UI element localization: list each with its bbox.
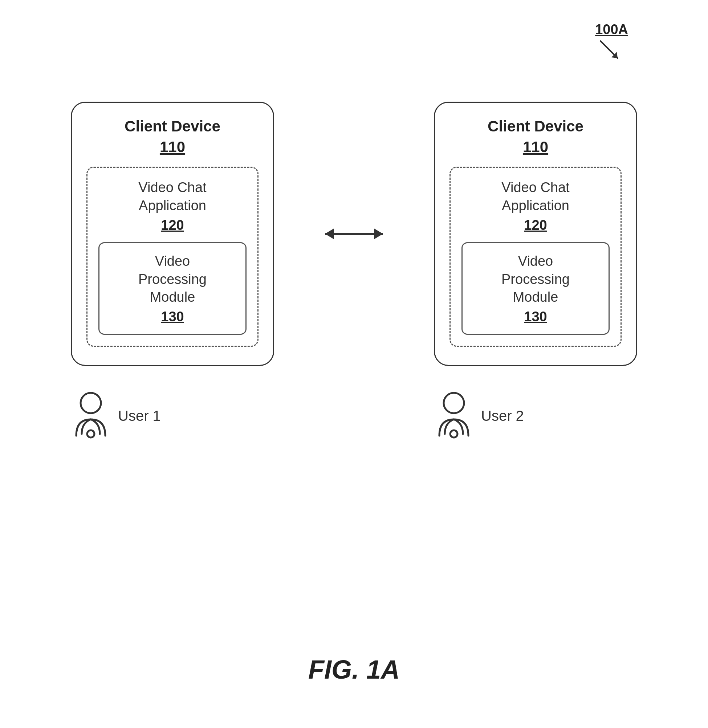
left-video-chat-app-box: Video ChatApplication 120 VideoProcessin… [86,167,258,347]
right-module-title: VideoProcessingModule [501,252,570,306]
user2-container: User 2 [434,392,637,439]
right-app-title: Video ChatApplication [501,178,569,215]
user2-icon [434,392,474,439]
figure-label: FIG. 1A [308,655,400,684]
left-device-ref: 110 [160,138,185,156]
svg-point-5 [81,393,101,413]
user1-label: User 1 [118,408,161,424]
svg-point-8 [450,430,457,438]
right-device-ref: 110 [523,138,548,156]
user1-icon [71,392,111,439]
svg-point-7 [444,393,464,413]
svg-marker-4 [374,228,383,239]
ref-text-100a: 100A [595,22,628,38]
right-module-ref: 130 [524,309,547,325]
left-app-title: Video ChatApplication [138,178,206,215]
right-app-ref: 120 [524,218,547,233]
double-arrow-icon [318,221,390,247]
users-section: User 1 User 2 [0,392,708,439]
main-content: Client Device 110 Video ChatApplication … [0,102,708,366]
right-video-chat-app-box: Video ChatApplication 120 VideoProcessin… [450,167,622,347]
svg-point-6 [87,430,94,438]
left-app-ref: 120 [161,218,184,233]
user2-label: User 2 [481,408,524,424]
left-module-title: VideoProcessingModule [138,252,207,306]
bidirectional-arrow [318,221,390,247]
user1-container: User 1 [71,392,274,439]
svg-marker-3 [325,228,334,239]
arrow-100a-icon [599,39,621,61]
right-device-title: Client Device [487,117,583,135]
reference-label-100a: 100A [595,22,628,61]
left-video-processing-module-box: VideoProcessingModule 130 [99,242,247,335]
left-module-ref: 130 [161,309,184,325]
right-video-processing-module-box: VideoProcessingModule 130 [461,242,609,335]
right-client-device: Client Device 110 Video ChatApplication … [434,102,637,366]
left-device-title: Client Device [125,117,221,135]
left-client-device: Client Device 110 Video ChatApplication … [71,102,274,366]
